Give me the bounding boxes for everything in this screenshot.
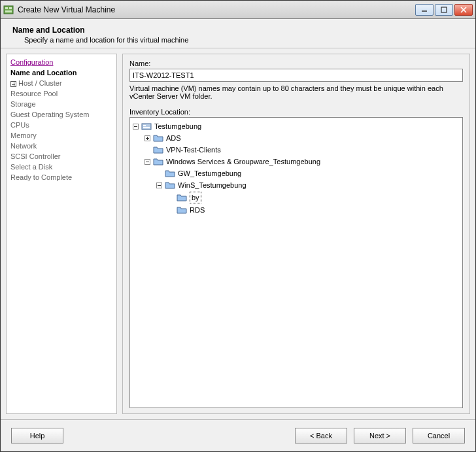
- back-button[interactable]: < Back: [295, 428, 347, 443]
- folder-icon: [153, 145, 163, 155]
- svg-rect-10: [143, 127, 150, 128]
- tree-node-ads[interactable]: ADS: [133, 132, 460, 144]
- collapse-icon[interactable]: [156, 183, 162, 188]
- step-network: Network: [10, 141, 112, 151]
- titlebar[interactable]: Create New Virtual Machine: [1, 1, 475, 19]
- wizard-window: Create New Virtual Machine Name and Loca…: [0, 0, 476, 452]
- page-subtitle: Specify a name and location for this vir…: [12, 36, 464, 44]
- expand-icon: [10, 81, 16, 87]
- next-button[interactable]: Next >: [354, 428, 406, 443]
- step-select-disk: Select a Disk: [10, 162, 112, 172]
- folder-icon: [165, 180, 175, 190]
- folder-icon: [153, 133, 163, 143]
- name-help-text: Virtual machine (VM) names may contain u…: [129, 84, 463, 100]
- step-ready: Ready to Complete: [10, 172, 112, 183]
- svg-rect-3: [5, 10, 12, 12]
- step-resource-pool: Resource Pool: [10, 88, 112, 99]
- close-button[interactable]: [454, 4, 473, 16]
- step-configuration[interactable]: Configuration: [10, 57, 112, 67]
- inventory-tree[interactable]: Testumgebung ADS VPN-Test-Clients: [129, 117, 463, 408]
- folder-icon: [153, 156, 163, 167]
- folder-icon: [165, 168, 175, 179]
- app-icon: [3, 5, 14, 15]
- svg-rect-8: [142, 124, 151, 130]
- svg-rect-0: [4, 6, 13, 14]
- name-label: Name:: [129, 60, 463, 67]
- step-storage: Storage: [10, 99, 112, 109]
- wizard-footer: Help < Back Next > Cancel: [1, 419, 475, 451]
- tree-node-vpn[interactable]: VPN-Test-Clients: [133, 144, 460, 156]
- wizard-content: Name: Virtual machine (VM) names may con…: [122, 54, 470, 414]
- maximize-button[interactable]: [435, 4, 453, 16]
- folder-icon: [177, 192, 187, 203]
- folder-icon: [177, 205, 187, 215]
- step-scsi: SCSI Controller: [10, 151, 112, 162]
- vm-name-input[interactable]: [129, 69, 463, 82]
- step-name-location[interactable]: Name and Location: [10, 67, 112, 78]
- inventory-label: Inventory Location:: [129, 108, 463, 116]
- collapse-icon[interactable]: [133, 124, 139, 130]
- page-title: Name and Location: [12, 26, 464, 35]
- tree-node-by[interactable]: by: [133, 191, 460, 204]
- expand-icon[interactable]: [144, 135, 150, 141]
- tree-node-gw[interactable]: GW_Testumgebung: [133, 167, 460, 179]
- cancel-button[interactable]: Cancel: [413, 428, 465, 443]
- tree-node-root[interactable]: Testumgebung: [133, 120, 460, 132]
- step-cpus: CPUs: [10, 120, 112, 130]
- minimize-button[interactable]: [415, 4, 434, 16]
- tree-node-winservices[interactable]: Windows Services & Groupware_Testumgebun…: [133, 156, 460, 167]
- datacenter-icon: [141, 121, 152, 131]
- svg-rect-2: [9, 7, 12, 9]
- svg-rect-1: [5, 7, 8, 9]
- help-button[interactable]: Help: [11, 428, 63, 443]
- tree-node-wins[interactable]: WinS_Testumgebung: [133, 179, 460, 191]
- collapse-icon[interactable]: [144, 159, 150, 165]
- svg-rect-9: [143, 125, 146, 126]
- step-memory: Memory: [10, 130, 112, 141]
- step-guest-os: Guest Operating System: [10, 109, 112, 120]
- tree-node-rds[interactable]: RDS: [133, 204, 460, 216]
- step-host-cluster: Host / Cluster: [10, 78, 112, 88]
- wizard-header: Name and Location Specify a name and loc…: [1, 19, 475, 48]
- wizard-steps-sidebar: Configuration Name and Location Host / C…: [6, 54, 117, 414]
- window-title: Create New Virtual Machine: [18, 5, 415, 14]
- svg-rect-5: [441, 7, 447, 12]
